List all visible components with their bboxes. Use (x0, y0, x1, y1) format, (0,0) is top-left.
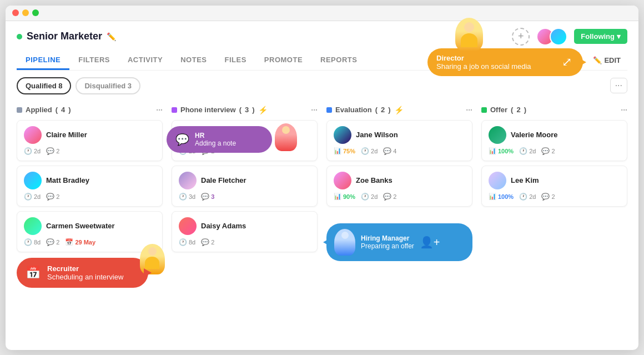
applied-more-icon[interactable]: ··· (156, 106, 163, 114)
add-button[interactable]: + (512, 28, 530, 46)
phone-count: ( (239, 106, 242, 114)
phone-lightning-icon[interactable]: ⚡ (258, 106, 268, 114)
days-meta: 🕐 2d (361, 147, 378, 155)
eval-more-icon[interactable]: ··· (466, 106, 472, 114)
qualified-label: Qualified (26, 82, 57, 90)
score-icon: 📊 (334, 193, 341, 200)
edit-pencil-icon[interactable]: ✏️ (107, 32, 116, 41)
comment-icon: 💬 (541, 147, 550, 155)
tab-files[interactable]: FILES (215, 51, 255, 70)
candidate-card[interactable]: Dale Fletcher 🕐 3d 💬 3 (172, 166, 318, 207)
comment-icon: 💬 (46, 238, 54, 246)
days-meta: 🕐 2d (361, 193, 378, 201)
tab-promote[interactable]: PROMOTE (255, 51, 311, 70)
clock-icon: 🕐 (361, 147, 369, 155)
titlebar (6, 6, 638, 21)
column-evaluation: Evaluation (2) ⚡ ··· Jane Wilson 📊 75% (326, 101, 472, 288)
disqualified-count-val: 3 (128, 82, 132, 90)
tab-notes[interactable]: NOTES (172, 51, 215, 70)
close-btn[interactable] (12, 9, 19, 16)
candidate-card[interactable]: Daisy Adams 🕐 8d 💬 2 (172, 211, 318, 252)
days-meta: 🕐 2d (24, 193, 41, 201)
avatar-group (536, 28, 567, 46)
header-actions: + Following ▾ (512, 28, 627, 46)
tab-activity[interactable]: ACTIVITY (119, 51, 172, 70)
more-options-button[interactable]: ··· (610, 78, 627, 93)
candidate-name: Lee Kim (511, 176, 539, 184)
eval-dot (326, 107, 332, 113)
score-badge: 📊 75% (334, 147, 355, 154)
candidate-card[interactable]: Zoe Banks 📊 90% 🕐 2d 💬 2 (326, 166, 472, 207)
pipeline: Applied (4) ··· Claire Miller 🕐 2d 💬 (6, 101, 638, 299)
phone-more-icon[interactable]: ··· (311, 106, 318, 114)
comment-icon: 💬 (201, 238, 209, 246)
clock-icon: 🕐 (24, 193, 32, 201)
add-person-icon: 👤+ (420, 236, 440, 249)
message-icon: 💬 (175, 133, 189, 146)
due-date-meta: 📅 29 May (65, 238, 95, 246)
candidate-name: Claire Miller (46, 131, 87, 139)
avatar (179, 172, 197, 189)
following-button[interactable]: Following ▾ (574, 29, 627, 44)
tab-pipeline[interactable]: PIPELINE (17, 51, 69, 70)
disqualified-tab[interactable]: Disqualified 3 (76, 77, 140, 94)
minimize-btn[interactable] (22, 9, 29, 16)
hiring-mgr-role: Hiring Manager (361, 234, 414, 242)
tab-filters[interactable]: FILTERS (69, 51, 119, 70)
col-header-applied: Applied (4) ··· (17, 101, 163, 120)
candidate-card[interactable]: Valerie Moore 📊 100% 🕐 2d 💬 2 (481, 120, 627, 161)
col-header-eval: Evaluation (2) ⚡ ··· (326, 101, 472, 120)
filter-bar: Qualified 8 Disqualified 3 Director Shar… (6, 71, 638, 101)
director-bubble-text: Director Sharing a job on social media (436, 54, 555, 71)
candidate-card[interactable]: Lee Kim 📊 100% 🕐 2d 💬 2 (481, 166, 627, 207)
comment-icon: 💬 (383, 147, 391, 155)
candidate-card[interactable]: Jane Wilson 📊 75% 🕐 2d 💬 4 (326, 120, 472, 161)
applied-label: Applied (26, 106, 52, 114)
column-offer: Offer (2) ··· Valerie Moore 📊 100% 🕐 (481, 101, 627, 288)
header-top: Senior Marketer ✏️ + Following ▾ (17, 28, 627, 46)
candidate-card[interactable]: Cody Cruz 🕐 2d 💬 2 💬 HR (172, 120, 318, 161)
recruiter-role: Recruiter (47, 264, 123, 273)
avatar-2 (550, 28, 567, 46)
qualified-tab[interactable]: Qualified 8 (17, 77, 71, 94)
candidate-name: Matt Bradley (46, 176, 89, 184)
days-meta: 🕐 8d (179, 238, 195, 246)
clock-icon: 🕐 (519, 193, 527, 201)
comments-meta: 💬 3 (201, 193, 214, 201)
eval-lightning-icon[interactable]: ⚡ (394, 106, 404, 114)
share-network-icon: ⤢ (562, 55, 572, 69)
applied-count: ( (56, 106, 58, 114)
candidate-card[interactable]: Carmen Sweetwater 🕐 8d 💬 2 📅 29 May (17, 211, 163, 252)
offer-more-icon[interactable]: ··· (621, 106, 627, 114)
qualified-count-val: 8 (58, 82, 62, 90)
eval-label: Evaluation (335, 106, 372, 114)
avatar (489, 126, 506, 144)
days-meta: 🕐 2d (519, 147, 536, 155)
app-window: Senior Marketer ✏️ + Following ▾ PIPELIN… (6, 6, 638, 350)
candidate-name: Zoe Banks (356, 176, 393, 184)
recruiter-avatar (140, 244, 165, 274)
comment-icon: 💬 (383, 193, 391, 201)
candidate-name: Jane Wilson (356, 131, 398, 139)
candidate-card[interactable]: Matt Bradley 🕐 2d 💬 2 (17, 166, 163, 207)
comment-icon: 💬 (541, 193, 550, 201)
applied-dot (17, 107, 22, 113)
hiring-mgr-avatar (334, 229, 355, 256)
days-meta: 🕐 2d (519, 193, 536, 201)
comment-icon: 💬 (46, 147, 54, 155)
maximize-btn[interactable] (32, 9, 39, 16)
comments-meta: 💬 2 (541, 147, 555, 155)
recruiter-bubble-text: Recruiter Scheduling an interview (47, 264, 123, 281)
comment-icon: 💬 (201, 193, 209, 201)
hr-role: HR (195, 132, 236, 139)
tab-reports[interactable]: REPORTS (311, 51, 366, 70)
comments-meta: 💬 4 (383, 147, 396, 155)
candidate-card[interactable]: Claire Miller 🕐 2d 💬 2 (17, 120, 163, 161)
comments-meta: 💬 2 (383, 193, 396, 201)
col-header-offer: Offer (2) ··· (481, 101, 627, 120)
score-icon: 📊 (489, 193, 496, 200)
clock-icon: 🕐 (24, 238, 32, 246)
job-title-section: Senior Marketer ✏️ (17, 31, 116, 42)
hiring-manager-bubble-container: Hiring Manager Preparing an offer 👤+ (326, 223, 472, 261)
edit-button[interactable]: ✏️ EDIT (586, 53, 627, 68)
